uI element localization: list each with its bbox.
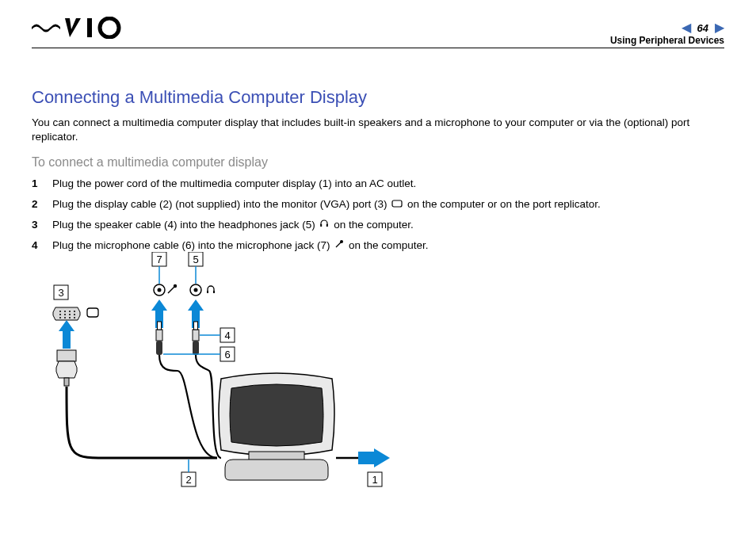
manual-page: ◀ 64 ▶ Using Peripheral Devices Connecti…: [0, 0, 756, 534]
svg-text:1: 1: [372, 474, 377, 486]
multimedia-display-icon: [219, 373, 334, 480]
svg-rect-48: [193, 330, 199, 341]
svg-text:5: 5: [193, 254, 198, 265]
next-page-button[interactable]: ▶: [715, 21, 724, 34]
svg-point-34: [69, 317, 71, 318]
svg-text:4: 4: [224, 330, 230, 341]
svg-rect-59: [358, 452, 374, 464]
svg-text:7: 7: [156, 254, 162, 265]
page-title: Connecting a Multimedia Computer Display: [32, 87, 724, 108]
svg-marker-60: [374, 448, 390, 467]
svg-rect-4: [321, 224, 323, 227]
svg-point-21: [194, 288, 198, 292]
svg-rect-50: [193, 341, 199, 355]
svg-marker-0: [65, 18, 81, 37]
svg-rect-46: [158, 322, 162, 330]
svg-point-30: [69, 314, 71, 315]
svg-point-17: [158, 288, 162, 292]
step-text: Plug the power cord of the multimedia co…: [52, 176, 416, 193]
step-2: 2 Plug the display cable (2) (not suppli…: [32, 196, 724, 213]
svg-marker-42: [188, 299, 204, 311]
svg-text:6: 6: [224, 349, 230, 360]
svg-text:2: 2: [185, 474, 191, 486]
svg-rect-5: [326, 224, 328, 227]
svg-rect-44: [64, 378, 69, 386]
svg-point-24: [59, 311, 61, 312]
vaio-logo: [32, 17, 143, 39]
svg-point-2: [100, 18, 119, 37]
monitor-port-icon: [391, 196, 403, 213]
connection-diagram: 3 7 5: [51, 252, 415, 490]
page-content: Connecting a Multimedia Computer Display…: [32, 87, 724, 258]
svg-point-19: [174, 284, 177, 288]
step-1: 1 Plug the power cord of the multimedia …: [32, 176, 724, 193]
page-number: 64: [696, 22, 710, 34]
svg-point-27: [74, 311, 75, 312]
intro-paragraph: You can connect a multimedia computer di…: [32, 116, 724, 144]
svg-line-18: [168, 287, 174, 293]
section-title: Using Peripheral Devices: [610, 35, 724, 46]
step-text: Plug the display cable (2) (not supplied…: [52, 196, 601, 213]
step-3: 3 Plug the speaker cable (4) into the he…: [32, 217, 724, 234]
svg-point-25: [64, 311, 66, 312]
svg-rect-45: [156, 330, 162, 341]
svg-point-32: [59, 317, 61, 318]
procedure-heading: To connect a multimedia computer display: [32, 155, 724, 170]
svg-point-7: [340, 240, 343, 243]
prev-page-button[interactable]: ◀: [682, 21, 691, 34]
svg-line-6: [336, 242, 341, 247]
svg-point-28: [59, 314, 61, 315]
svg-rect-47: [156, 341, 162, 355]
step-text: Plug the speaker cable (4) into the head…: [52, 217, 414, 234]
svg-point-31: [74, 314, 75, 315]
svg-rect-36: [87, 308, 98, 317]
svg-rect-3: [392, 200, 402, 207]
svg-rect-49: [194, 322, 198, 330]
svg-rect-1: [87, 18, 92, 37]
svg-point-33: [64, 317, 66, 318]
svg-point-29: [64, 314, 66, 315]
steps-list: 1 Plug the power cord of the multimedia …: [32, 176, 724, 254]
svg-rect-23: [213, 291, 215, 293]
svg-rect-43: [57, 350, 76, 361]
svg-point-26: [69, 311, 71, 312]
page-nav: ◀ 64 ▶: [682, 21, 724, 34]
svg-marker-38: [59, 320, 74, 331]
svg-text:3: 3: [58, 287, 63, 299]
svg-marker-40: [151, 299, 167, 311]
svg-point-35: [74, 317, 75, 318]
svg-rect-22: [207, 291, 208, 293]
header-rule: [32, 48, 724, 48]
headphones-icon: [319, 217, 329, 234]
